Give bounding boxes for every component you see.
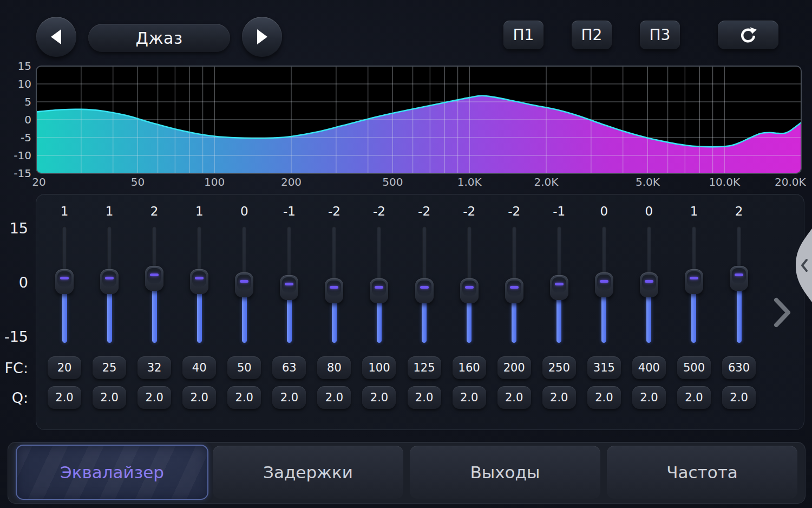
tab-frequency[interactable]: Частота	[607, 446, 797, 499]
band-fc-button[interactable]: 630	[722, 356, 756, 379]
band-slider-thumb[interactable]	[280, 275, 298, 300]
thumb-dash-icon	[60, 277, 69, 279]
band-q-button[interactable]: 2.0	[587, 386, 621, 409]
band-q-button[interactable]: 2.0	[182, 386, 216, 409]
band-fc-button[interactable]: 50	[227, 356, 261, 379]
band-gain-value: 0	[240, 204, 248, 218]
fc-row-label: FC:	[0, 360, 28, 376]
band-q-button[interactable]: 2.0	[137, 386, 171, 409]
tab-label: Выходы	[470, 463, 540, 482]
band-gain-value: -2	[328, 204, 340, 218]
band-slider-thumb[interactable]	[55, 269, 74, 294]
preset-name[interactable]: Джаз	[88, 24, 230, 52]
band-q-button[interactable]: 2.0	[722, 386, 756, 409]
band-slider-thumb[interactable]	[325, 278, 343, 303]
chevron-right-icon	[773, 297, 791, 328]
next-preset-button[interactable]	[242, 17, 282, 57]
next-icon	[254, 28, 270, 46]
thumb-dash-icon	[555, 283, 564, 285]
band-slider-thumb[interactable]	[370, 278, 388, 303]
graph-x-tick: 1.0K	[457, 175, 482, 188]
thumb-dash-icon	[105, 277, 114, 279]
thumb-dash-icon	[420, 286, 429, 289]
q-row-label: Q:	[0, 389, 28, 406]
thumb-dash-icon	[510, 286, 519, 289]
band-slider-thumb[interactable]	[235, 272, 253, 297]
band-fc-button[interactable]: 32	[137, 356, 171, 379]
band-slider-thumb[interactable]	[640, 272, 658, 297]
band-fc-button[interactable]: 25	[93, 356, 126, 379]
band-slider-thumb[interactable]	[415, 278, 434, 303]
prev-preset-button[interactable]	[36, 17, 76, 57]
graph-x-tick: 200	[281, 175, 302, 188]
band-q-button[interactable]: 2.0	[453, 386, 486, 409]
band-q-button[interactable]: 2.0	[542, 386, 576, 409]
reset-button[interactable]	[718, 21, 778, 49]
band-fc-button[interactable]: 63	[272, 356, 306, 379]
band-q-button[interactable]: 2.0	[362, 386, 396, 409]
band-q-button[interactable]: 2.0	[48, 386, 81, 409]
band-slider-thumb[interactable]	[595, 272, 613, 297]
graph-y-tick: -5	[3, 132, 31, 144]
band-slider-thumb[interactable]	[505, 278, 523, 303]
band-fc-button[interactable]: 20	[48, 356, 81, 379]
thumb-dash-icon	[735, 273, 743, 276]
band-fc-button[interactable]: 80	[317, 356, 351, 379]
band-slider-thumb[interactable]	[685, 269, 703, 294]
memory-button-2[interactable]: П2	[572, 21, 612, 49]
band-q-button[interactable]: 2.0	[227, 386, 261, 409]
band-fc-button[interactable]: 40	[182, 356, 216, 379]
band-gain-value: 1	[61, 204, 69, 218]
band-slider-thumb[interactable]	[145, 266, 163, 291]
band-fc-button[interactable]: 100	[362, 356, 396, 379]
band-slider-thumb[interactable]	[190, 269, 208, 294]
band-slider-thumb[interactable]	[550, 275, 568, 300]
graph-y-tick: 0	[3, 114, 31, 126]
thumb-dash-icon	[645, 280, 653, 283]
band-slider-fill	[646, 294, 651, 343]
band-fc-button[interactable]: 500	[677, 356, 711, 379]
band-gain-value: 1	[195, 204, 204, 218]
more-bands-button[interactable]	[773, 297, 791, 330]
band-slider-thumb[interactable]	[100, 269, 119, 294]
tab-delays[interactable]: Задержки	[213, 446, 403, 499]
thumb-dash-icon	[150, 273, 159, 276]
graph-x-tick: 500	[382, 175, 403, 188]
band-q-button[interactable]: 2.0	[272, 386, 306, 409]
band-slider-fill	[287, 297, 292, 343]
graph-x-tick: 20.0K	[775, 175, 806, 188]
tab-equalizer[interactable]: Эквалайзер	[16, 445, 208, 500]
band-slider-thumb[interactable]	[460, 278, 479, 303]
band-q-button[interactable]: 2.0	[677, 386, 711, 409]
band-slider-fill	[556, 297, 561, 343]
band-fc-button[interactable]: 160	[453, 356, 486, 379]
band-fc-button[interactable]: 200	[497, 356, 531, 379]
band-q-button[interactable]: 2.0	[408, 386, 441, 409]
band-slider-fill	[737, 288, 742, 343]
band-q-button[interactable]: 2.0	[497, 386, 531, 409]
band-fc-button[interactable]: 315	[587, 356, 621, 379]
graph-y-tick: -15	[3, 167, 31, 179]
band-slider-thumb[interactable]	[730, 266, 748, 291]
band-slider-fill	[242, 294, 247, 343]
band-q-button[interactable]: 2.0	[632, 386, 666, 409]
graph-y-tick: 5	[3, 96, 31, 108]
thumb-dash-icon	[600, 280, 608, 283]
band-q-button[interactable]: 2.0	[93, 386, 126, 409]
band-fc-button[interactable]: 250	[542, 356, 576, 379]
band-fc-button[interactable]: 400	[632, 356, 666, 379]
tab-outputs[interactable]: Выходы	[410, 446, 600, 499]
band-fc-button[interactable]: 125	[408, 356, 441, 379]
preset-name-label: Джаз	[136, 29, 183, 48]
memory-button-1[interactable]: П1	[503, 21, 543, 49]
band-gain-value: 1	[690, 204, 698, 218]
thumb-dash-icon	[285, 283, 293, 285]
graph-y-tick: 10	[3, 78, 31, 90]
band-q-button[interactable]: 2.0	[317, 386, 351, 409]
tab-label: Эквалайзер	[60, 463, 164, 482]
equalizer-screen: Джаз П1П2П3 151050-5-10-1520501002005001…	[0, 0, 812, 508]
side-drawer-handle[interactable]	[791, 229, 812, 304]
memory-button-3[interactable]: П3	[640, 21, 680, 49]
graph-y-tick: 15	[3, 60, 31, 72]
drawer-handle-shape	[791, 229, 812, 302]
